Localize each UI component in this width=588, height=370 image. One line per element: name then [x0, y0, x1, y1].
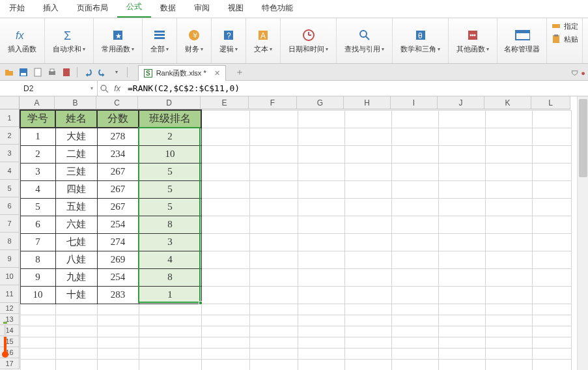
cell[interactable] [201, 233, 249, 251]
ribbon-tab-1[interactable]: 插入 [34, 0, 68, 18]
ribbon-tab-7[interactable]: 特色功能 [253, 0, 302, 18]
column-header[interactable]: D [138, 96, 201, 109]
cell[interactable] [532, 337, 571, 348]
column-header[interactable]: J [438, 96, 484, 109]
scrollbar-thumb[interactable] [579, 99, 587, 177]
cell[interactable] [532, 315, 571, 326]
table-header-cell[interactable]: 分数 [97, 110, 139, 128]
cell[interactable] [344, 198, 391, 216]
cell[interactable] [485, 233, 532, 251]
cell[interactable] [532, 128, 571, 145]
print-icon[interactable] [47, 67, 57, 78]
row-header[interactable]: 17 [0, 358, 20, 369]
cell[interactable] [438, 251, 485, 268]
cell[interactable] [249, 233, 298, 251]
table-cell[interactable]: 2 [139, 128, 201, 145]
select-all-corner[interactable] [0, 96, 20, 109]
cell[interactable] [391, 315, 438, 326]
close-tab-icon[interactable]: ✕ [214, 69, 220, 78]
cell[interactable] [485, 315, 532, 326]
column-header[interactable]: F [249, 96, 297, 109]
row-header[interactable]: 6 [0, 197, 20, 215]
insert-function-button[interactable]: fx 插入函数 [5, 26, 39, 55]
export-pdf-icon[interactable] [61, 67, 72, 78]
cell[interactable] [532, 251, 571, 268]
cell[interactable] [391, 110, 438, 128]
cell[interactable] [344, 348, 391, 359]
cell[interactable] [201, 337, 249, 348]
table-cell[interactable]: 六娃 [55, 216, 97, 233]
cell[interactable] [532, 110, 571, 128]
cell[interactable] [298, 348, 344, 359]
row-header[interactable]: 4 [0, 162, 20, 180]
table-cell[interactable]: 10 [139, 145, 201, 163]
column-header[interactable]: B [55, 96, 96, 109]
cell[interactable] [55, 337, 97, 348]
cell[interactable] [344, 315, 391, 326]
cell[interactable] [298, 180, 344, 198]
add-tab-button[interactable]: ＋ [235, 66, 244, 78]
column-header[interactable]: L [531, 96, 570, 109]
cell[interactable] [532, 268, 571, 286]
cell[interactable] [391, 233, 438, 251]
cell[interactable] [485, 286, 532, 304]
table-cell[interactable]: 2 [20, 145, 55, 163]
table-cell[interactable]: 8 [139, 216, 201, 233]
print-preview-icon[interactable] [33, 67, 43, 78]
cell[interactable] [438, 304, 485, 315]
cell[interactable] [298, 326, 344, 337]
table-cell[interactable]: 7 [20, 233, 55, 251]
column-header[interactable]: I [391, 96, 438, 109]
cell[interactable] [532, 286, 571, 304]
table-cell[interactable]: 5 [139, 163, 201, 180]
table-cell[interactable]: 6 [20, 216, 55, 233]
cell[interactable] [249, 251, 298, 268]
table-cell[interactable]: 267 [97, 163, 139, 180]
cell[interactable] [391, 128, 438, 145]
search-icon[interactable] [98, 84, 111, 93]
column-header[interactable]: C [96, 96, 138, 109]
cell[interactable] [55, 348, 97, 359]
cell[interactable] [201, 304, 249, 315]
cell[interactable] [20, 337, 55, 348]
cell[interactable] [249, 198, 298, 216]
fx-icon[interactable]: fx [111, 84, 124, 93]
cell[interactable] [201, 326, 249, 337]
table-cell[interactable]: 269 [97, 251, 139, 268]
qat-dropdown-icon[interactable]: ▾ [111, 67, 122, 78]
table-cell[interactable]: 十娃 [55, 286, 97, 304]
cell[interactable] [298, 145, 344, 163]
cell[interactable] [201, 145, 249, 163]
cell[interactable] [55, 359, 97, 370]
cell[interactable] [298, 198, 344, 216]
cell[interactable] [298, 163, 344, 180]
cell[interactable] [485, 180, 532, 198]
cell[interactable] [249, 348, 298, 359]
cell[interactable] [139, 337, 201, 348]
formula-input[interactable] [124, 83, 588, 93]
table-cell[interactable]: 4 [20, 180, 55, 198]
cell[interactable] [438, 110, 485, 128]
cell[interactable] [344, 359, 391, 370]
cell[interactable] [139, 326, 201, 337]
cell[interactable] [55, 304, 97, 315]
table-header-cell[interactable]: 学号 [20, 110, 55, 128]
table-header-cell[interactable]: 班级排名 [139, 110, 201, 128]
cell[interactable] [391, 145, 438, 163]
cell[interactable] [344, 233, 391, 251]
cell[interactable] [438, 198, 485, 216]
table-cell[interactable]: 4 [139, 251, 201, 268]
cell[interactable] [532, 180, 571, 198]
common-functions-button[interactable]: ★ 常用函数▾ [99, 26, 137, 55]
table-cell[interactable]: 3 [20, 163, 55, 180]
row-header[interactable]: 9 [0, 250, 20, 268]
cell[interactable] [532, 304, 571, 315]
cell[interactable] [438, 180, 485, 198]
cell[interactable] [201, 348, 249, 359]
table-cell[interactable]: 四娃 [55, 180, 97, 198]
open-icon[interactable] [4, 67, 14, 78]
name-manager-button[interactable]: 名称管理器 [501, 26, 542, 55]
other-functions-button[interactable]: 其他函数▾ [454, 26, 492, 55]
cell[interactable] [201, 268, 249, 286]
cell[interactable] [344, 251, 391, 268]
